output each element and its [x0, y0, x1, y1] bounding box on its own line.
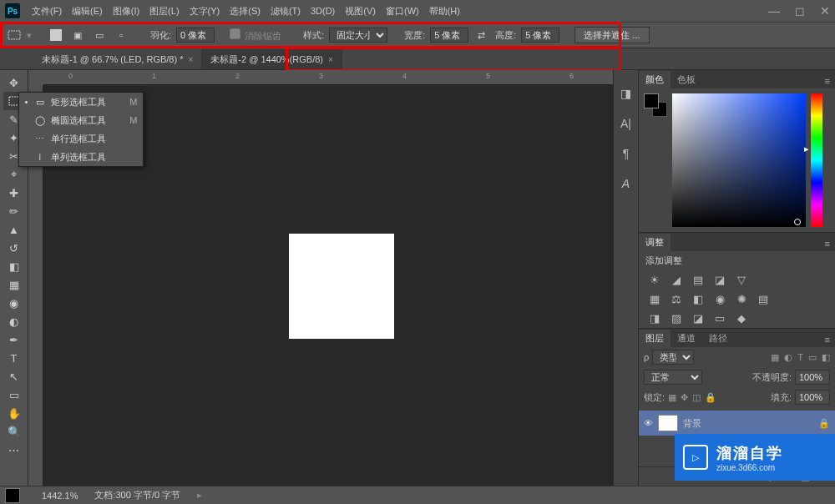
menu-image[interactable]: 图像(I) — [108, 5, 144, 18]
eyedropper-tool[interactable]: ⌖ — [3, 165, 25, 184]
tab-layers[interactable]: 图层 — [639, 330, 671, 347]
close-icon[interactable]: ✕ — [820, 4, 830, 18]
tab-swatches[interactable]: 色板 — [671, 71, 702, 88]
flyout-row-marquee[interactable]: ⋯ 单行选框工具 — [19, 129, 143, 148]
filter-smart-icon[interactable]: ◧ — [822, 352, 830, 363]
filter-type-icon[interactable]: T — [797, 352, 803, 363]
curves-icon[interactable]: ▤ — [691, 274, 706, 286]
select-and-mask-button[interactable]: 选择并遮住 ... — [574, 27, 649, 43]
doc-tab-1[interactable]: 未标题-1 @ 66.7% (LED, RGB/8) * × — [33, 49, 202, 69]
invert-icon[interactable]: ◨ — [647, 312, 662, 325]
menu-type[interactable]: 文字(Y) — [185, 5, 225, 18]
threshold-icon[interactable]: ◪ — [691, 312, 706, 325]
doc-tab-2-close-icon[interactable]: × — [328, 55, 333, 64]
mixer-icon[interactable]: ✺ — [734, 293, 749, 305]
dodge-tool[interactable]: ◐ — [3, 312, 25, 330]
fg-bg-swatches[interactable] — [644, 93, 667, 117]
selective-icon[interactable]: ◆ — [734, 312, 749, 325]
menu-help[interactable]: 帮助(H) — [424, 5, 465, 18]
posterize-icon[interactable]: ▨ — [669, 312, 684, 325]
tab-color[interactable]: 颜色 — [639, 71, 671, 88]
zoom-tool[interactable]: 🔍 — [3, 422, 25, 441]
layer-lock-icon[interactable]: 🔒 — [818, 418, 830, 429]
adjust-panel-menu-icon[interactable]: ≡ — [820, 236, 835, 251]
character-panel-icon[interactable]: A| — [620, 117, 631, 130]
feather-input[interactable] — [176, 28, 215, 43]
healing-tool[interactable]: ✚ — [3, 184, 25, 202]
style-select[interactable]: 固定大小 — [329, 28, 387, 43]
history-panel-icon[interactable]: ◨ — [620, 87, 631, 100]
marquee-tool[interactable]: • ▭ 矩形选框工具 M ◯ 椭圆选框工具 M ⋯ 单行选框工具 — [3, 92, 25, 110]
lock-all-icon[interactable]: 🔒 — [705, 392, 716, 403]
width-input[interactable] — [430, 28, 468, 43]
levels-icon[interactable]: ◢ — [669, 274, 684, 286]
add-selection-icon[interactable]: ▣ — [68, 26, 87, 44]
color-field[interactable]: ▸ — [672, 93, 806, 227]
layers-panel-menu-icon[interactable]: ≡ — [820, 332, 835, 347]
photo-filter-icon[interactable]: ◉ — [712, 293, 727, 305]
fill-input[interactable] — [795, 390, 830, 405]
brightness-icon[interactable]: ☀ — [647, 274, 662, 286]
tab-adjustments[interactable]: 调整 — [639, 234, 671, 251]
layer-filter-select[interactable]: 类型 — [652, 350, 694, 365]
pen-tool[interactable]: ✒ — [3, 330, 25, 349]
filter-pixel-icon[interactable]: ▦ — [771, 352, 779, 363]
type-tool[interactable]: T — [3, 349, 25, 367]
balance-icon[interactable]: ⚖ — [669, 293, 684, 305]
glyphs-panel-icon[interactable]: A — [622, 177, 630, 190]
gradient-map-icon[interactable]: ▭ — [712, 312, 727, 325]
hue-slider-handle[interactable]: ▸ — [804, 144, 809, 154]
maximize-icon[interactable]: ◻ — [795, 4, 805, 18]
menu-edit[interactable]: 编辑(E) — [67, 5, 108, 18]
vibrance-icon[interactable]: ▽ — [734, 274, 749, 286]
blur-tool[interactable]: ◉ — [3, 294, 25, 312]
filter-shape-icon[interactable]: ▭ — [808, 352, 817, 363]
new-selection-icon[interactable] — [47, 26, 65, 44]
history-brush-tool[interactable]: ↺ — [3, 239, 25, 257]
height-input[interactable] — [521, 28, 559, 43]
menu-window[interactable]: 窗口(W) — [381, 5, 424, 18]
lock-position-icon[interactable]: ✥ — [681, 392, 688, 403]
flyout-rect-marquee[interactable]: • ▭ 矩形选框工具 M — [19, 93, 143, 111]
flyout-col-marquee[interactable]: ⁞ 单列选框工具 — [19, 148, 143, 166]
filter-adjust-icon[interactable]: ◐ — [784, 352, 792, 363]
doc-size[interactable]: 文档:300 字节/0 字节 — [94, 489, 180, 501]
fg-bg-mini-swatch[interactable] — [5, 488, 20, 503]
menu-3d[interactable]: 3D(D) — [306, 6, 340, 16]
color-cursor[interactable] — [794, 219, 801, 225]
intersect-selection-icon[interactable]: ▫ — [112, 26, 130, 44]
menu-filter[interactable]: 滤镜(T) — [266, 5, 306, 18]
flyout-ellipse-marquee[interactable]: ◯ 椭圆选框工具 M — [19, 111, 143, 129]
doc-tab-2[interactable]: 未标题-2 @ 1440%(RGB/8) × — [202, 49, 342, 69]
opacity-input[interactable] — [795, 370, 830, 385]
color-panel-menu-icon[interactable]: ≡ — [820, 73, 835, 88]
swap-wh-icon[interactable]: ⇄ — [472, 26, 490, 44]
lock-artboard-icon[interactable]: ◫ — [692, 392, 701, 403]
menu-layer[interactable]: 图层(L) — [144, 5, 184, 18]
lookup-icon[interactable]: ▤ — [756, 293, 771, 305]
blend-mode-select[interactable]: 正常 — [644, 370, 702, 385]
gradient-tool[interactable]: ▦ — [3, 275, 25, 294]
exposure-icon[interactable]: ◪ — [712, 274, 727, 286]
tool-preset-icon[interactable] — [5, 26, 23, 44]
menu-view[interactable]: 视图(V) — [340, 5, 381, 18]
hue-bar[interactable] — [811, 93, 822, 227]
visibility-icon[interactable]: 👁 — [644, 418, 653, 428]
bw-icon[interactable]: ◧ — [691, 293, 706, 305]
shape-tool[interactable]: ▭ — [3, 386, 25, 404]
stamp-tool[interactable]: ▲ — [3, 220, 25, 239]
brush-tool[interactable]: ✏ — [3, 202, 25, 220]
edit-toolbar[interactable]: ⋯ — [3, 441, 25, 459]
canvas-document[interactable] — [289, 234, 394, 339]
layer-thumbnail[interactable] — [658, 415, 678, 431]
path-select-tool[interactable]: ↖ — [3, 367, 25, 386]
eraser-tool[interactable]: ◧ — [3, 257, 25, 275]
menu-file[interactable]: 文件(F) — [27, 5, 67, 18]
tab-channels[interactable]: 通道 — [671, 330, 702, 347]
tab-paths[interactable]: 路径 — [702, 330, 734, 347]
doc-tab-1-close-icon[interactable]: × — [189, 55, 194, 64]
layer-background[interactable]: 👁 背景 🔒 — [639, 411, 835, 436]
minimize-icon[interactable]: — — [768, 4, 780, 18]
subtract-selection-icon[interactable]: ▭ — [90, 26, 109, 44]
lock-pixels-icon[interactable]: ▦ — [668, 392, 676, 403]
